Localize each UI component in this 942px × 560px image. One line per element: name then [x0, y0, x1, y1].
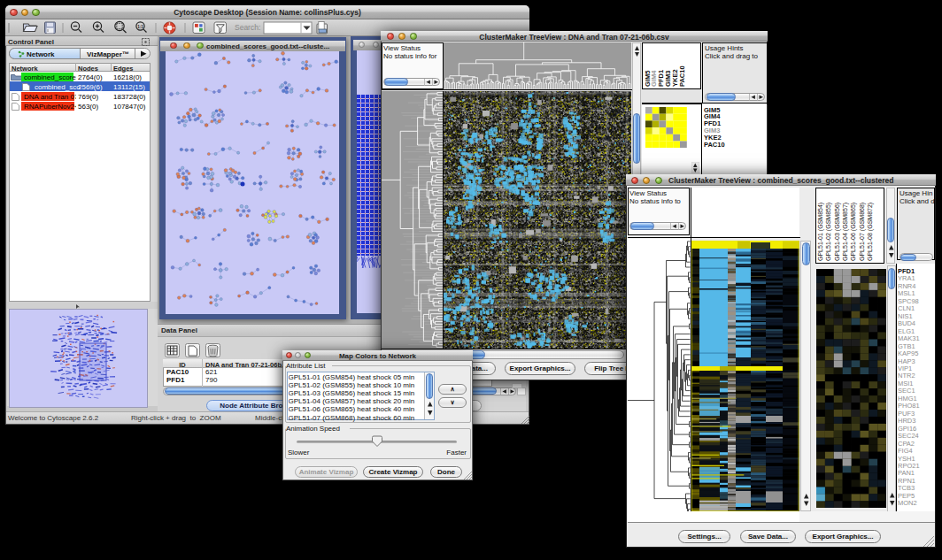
svg-text:GPL51-02 (GSM855): GPL51-02 (GSM855) [825, 203, 832, 261]
svg-text:PAC10: PAC10 [678, 65, 686, 87]
svg-text:1:1: 1:1 [137, 25, 143, 29]
svg-text:GPL51-06 (GSM865): GPL51-06 (GSM865) [850, 203, 857, 261]
svg-text:GPL51-03 (GSM856): GPL51-03 (GSM856) [834, 203, 841, 261]
svg-text:GPL51-08 (GSM872): GPL51-08 (GSM872) [867, 203, 874, 261]
svg-text:GPL51-04 (GSM857): GPL51-04 (GSM857) [842, 203, 849, 261]
svg-text:Search:: Search: [235, 23, 260, 32]
svg-text:GPL51-01 (GSM854): GPL51-01 (GSM854) [817, 203, 824, 261]
svg-text:GPL51-07 (GSM868): GPL51-07 (GSM868) [859, 203, 866, 261]
